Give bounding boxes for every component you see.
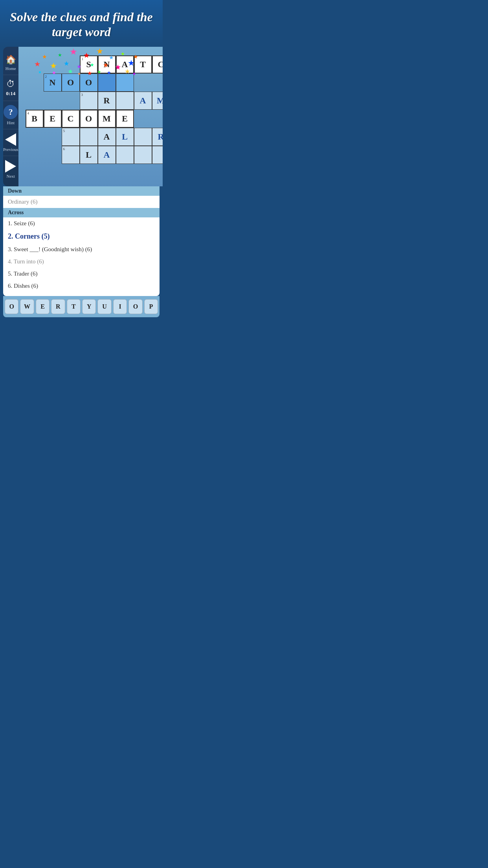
grid: 1S N A T C H 2N O O [26, 55, 163, 164]
cell-5-l[interactable]: L [116, 128, 134, 146]
sidebar-item-next[interactable]: Next [3, 156, 18, 182]
cell-4-b[interactable]: 4B [26, 110, 44, 128]
key-o[interactable]: O [5, 299, 18, 314]
grid-row-3: 3 R A M [26, 92, 163, 110]
sidebar: 🏠 Home ⏱ 0:14 ? Hint Previous Next [3, 47, 18, 186]
cell-4-o[interactable]: O [80, 110, 98, 128]
header-title: Solve the clues and find the target word [8, 9, 155, 40]
grid-row-1: 1S N A T C H [26, 55, 163, 74]
cell-1-n[interactable]: N [98, 55, 116, 74]
puzzle-area: ★ ★ ★ ★ ★ ★ ★ ★ ★ ★ ★ ★ ★ ★ ★ ★ ★ ★ ★ ★ [18, 47, 163, 186]
cell-1-s[interactable]: 1S [80, 55, 98, 74]
next-label: Next [7, 174, 15, 178]
cell-3-blank1[interactable]: 3 [80, 92, 98, 110]
game-container: 🏠 Home ⏱ 0:14 ? Hint Previous Next ★ ★ [3, 47, 160, 186]
cell-empty [44, 128, 62, 146]
prev-label: Previous [3, 147, 18, 152]
cell-2-n[interactable]: 2N [44, 74, 62, 92]
cell-empty [152, 74, 163, 92]
cell-4-m[interactable]: M [98, 110, 116, 128]
cell-empty [26, 128, 44, 146]
cell-6-blank2[interactable] [116, 146, 134, 164]
hint-label: Hint [7, 120, 15, 125]
cell-3-r[interactable]: R [98, 92, 116, 110]
grid-row-6: 6 L A [26, 146, 163, 164]
key-o2[interactable]: O [128, 299, 142, 314]
home-icon: 🏠 [6, 55, 16, 65]
cell-1-c[interactable]: C [152, 55, 163, 74]
clues-section: Down Ordinary (6) Across 1. Seize (6) 2.… [3, 186, 160, 296]
next-icon [5, 160, 16, 173]
cell-empty [152, 110, 163, 128]
sidebar-item-home[interactable]: 🏠 Home [3, 51, 18, 75]
key-e[interactable]: E [36, 299, 50, 314]
key-u[interactable]: U [97, 299, 111, 314]
grid-row-2: 2N O O [26, 74, 163, 92]
across-clue-2[interactable]: 2. Corners (5) [3, 230, 160, 243]
cell-empty [62, 55, 80, 74]
cell-6-blank1[interactable]: 6 [62, 146, 80, 164]
cell-empty [62, 92, 80, 110]
cell-3-blank2[interactable] [116, 92, 134, 110]
cell-4-e[interactable]: E [44, 110, 62, 128]
hint-icon: ? [4, 105, 18, 119]
grid-row-4: 4B E C O M E [26, 110, 163, 128]
cell-6-l[interactable]: L [80, 146, 98, 164]
key-w[interactable]: W [20, 299, 34, 314]
grid-row-5: 5 A L R [26, 128, 163, 146]
cell-6-blank3[interactable] [134, 146, 152, 164]
cell-5-blank1[interactable]: 5 [62, 128, 80, 146]
sidebar-item-previous[interactable]: Previous [3, 129, 18, 156]
across-clue-4[interactable]: 4. Turn into (6) [3, 256, 160, 268]
cell-2-o[interactable]: O [62, 74, 80, 92]
cell-empty [134, 74, 152, 92]
cell-empty [26, 146, 44, 164]
cell-empty [26, 74, 44, 92]
sidebar-item-timer: ⏱ 0:14 [3, 75, 18, 101]
keyboard: O W E R T Y U I O P [3, 296, 160, 317]
cell-2-k[interactable] [98, 74, 116, 92]
cell-1-a[interactable]: A [116, 55, 134, 74]
cell-4-c[interactable]: C [62, 110, 80, 128]
key-i[interactable]: I [113, 299, 127, 314]
cell-5-blank2[interactable] [80, 128, 98, 146]
cell-empty [134, 110, 152, 128]
cell-1-t[interactable]: T [134, 55, 152, 74]
header: Solve the clues and find the target word [0, 0, 163, 47]
cell-3-m[interactable]: M [152, 92, 163, 110]
key-y[interactable]: Y [82, 299, 96, 314]
previous-icon [5, 133, 16, 146]
across-clue-6[interactable]: 6. Dishes (6) [3, 280, 160, 292]
across-clue-3[interactable]: 3. Sweet ___! (Goodnight wish) (6) [3, 243, 160, 256]
cell-5-blank3[interactable] [134, 128, 152, 146]
cell-3-a[interactable]: A [134, 92, 152, 110]
cell-6-blank4[interactable] [152, 146, 163, 164]
key-r[interactable]: R [51, 299, 65, 314]
cell-empty [44, 92, 62, 110]
timer-value: 0:14 [6, 90, 15, 97]
cell-empty [44, 146, 62, 164]
timer-icon: ⏱ [6, 79, 15, 89]
cell-empty [26, 55, 44, 74]
cell-6-a[interactable]: A [98, 146, 116, 164]
key-t[interactable]: T [67, 299, 81, 314]
cell-5-a[interactable]: A [98, 128, 116, 146]
cell-empty [44, 55, 62, 74]
cell-empty [26, 92, 44, 110]
key-p[interactable]: P [144, 299, 158, 314]
across-clue-1[interactable]: 1. Seize (6) [3, 217, 160, 230]
down-header: Down [3, 186, 160, 196]
home-label: Home [6, 66, 16, 71]
crossword-grid: 1S N A T C H 2N O O [22, 51, 163, 164]
cell-2-o2[interactable]: O [80, 74, 98, 92]
cell-5-r[interactable]: R [152, 128, 163, 146]
cell-2-s[interactable] [116, 74, 134, 92]
down-clue-1[interactable]: Ordinary (6) [3, 196, 160, 208]
sidebar-item-hint[interactable]: ? Hint [3, 101, 18, 129]
cell-4-e2[interactable]: E [116, 110, 134, 128]
across-header: Across [3, 208, 160, 217]
across-clue-5[interactable]: 5. Trader (6) [3, 268, 160, 280]
